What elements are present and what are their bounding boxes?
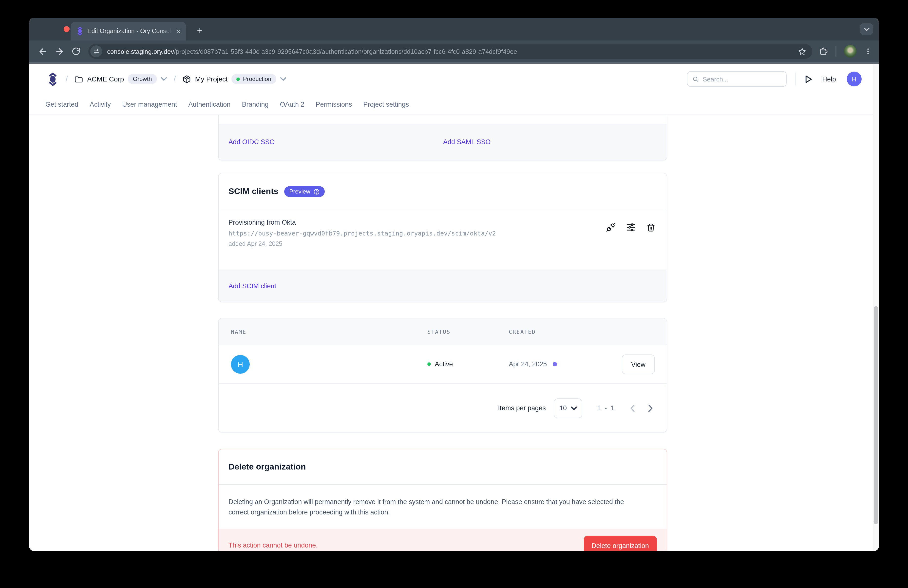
reload-button[interactable]: [68, 43, 84, 60]
add-scim-client-link[interactable]: Add SCIM client: [229, 282, 276, 290]
pagination-range: 1 - 1: [597, 404, 615, 412]
search-box[interactable]: [687, 71, 786, 87]
tab-search-button[interactable]: [860, 23, 873, 35]
nav-oauth2[interactable]: OAuth 2: [280, 101, 304, 108]
toolbar-right-cluster: [819, 45, 872, 58]
browser-window: Edit Organization - Ory Console ✕ +: [29, 18, 879, 551]
sliders-settings-icon[interactable]: [626, 222, 636, 232]
pagination-prev-icon[interactable]: [630, 404, 635, 412]
play-icon[interactable]: [805, 75, 812, 83]
add-saml-sso-link[interactable]: Add SAML SSO: [443, 138, 491, 146]
project-name: My Project: [195, 75, 228, 83]
scim-client-actions: [605, 222, 656, 232]
sso-card: Add OIDC SSO Add SAML SSO: [218, 115, 667, 161]
nav-user-management[interactable]: User management: [122, 101, 177, 108]
table-row: H Active Apr 24, 2025 View: [219, 345, 667, 383]
sso-card-body: [219, 115, 667, 124]
scim-client-url: https://busy-beaver-gqwvd0fb79.projects.…: [229, 230, 657, 237]
scim-card-header: SCIM clients Preview: [219, 173, 667, 210]
sso-card-footer: Add OIDC SSO Add SAML SSO: [219, 124, 667, 160]
nav-permissions[interactable]: Permissions: [316, 101, 352, 108]
view-button[interactable]: View: [622, 354, 655, 374]
browser-tab[interactable]: Edit Organization - Ory Console ✕: [71, 22, 186, 40]
tab-close-icon[interactable]: ✕: [175, 28, 181, 34]
status-active-dot: [427, 362, 431, 366]
column-header-created: CREATED: [509, 329, 536, 335]
browser-toolbar: console.staging.ory.dev/projects/d087b7a…: [29, 40, 879, 62]
breadcrumb-separator: /: [66, 74, 68, 84]
preview-badge[interactable]: Preview: [284, 186, 324, 197]
scim-card-title: SCIM clients: [229, 187, 279, 197]
breadcrumb: / ACME Corp Growth / My Project: [66, 74, 286, 84]
browser-menu-icon[interactable]: [864, 47, 872, 55]
project-env-badge: Production: [232, 74, 276, 84]
ory-favicon-icon: [76, 27, 84, 35]
table-header-row: NAME STATUS CREATED: [219, 319, 667, 345]
breadcrumb-separator: /: [174, 74, 176, 84]
created-cell: Apr 24, 2025: [509, 361, 557, 368]
extensions-icon[interactable]: [819, 47, 828, 56]
danger-warning-text: This action cannot be undone.: [229, 541, 318, 549]
unplug-icon[interactable]: [605, 222, 615, 232]
status-cell: Active: [427, 361, 453, 368]
nav-authentication[interactable]: Authentication: [188, 101, 230, 108]
tab-strip: Edit Organization - Ory Console ✕ +: [29, 18, 879, 40]
toolbar-separator: [836, 46, 836, 57]
page-size-select[interactable]: 10: [554, 398, 582, 418]
back-button[interactable]: [34, 43, 51, 60]
scrollbar-track[interactable]: [873, 64, 879, 551]
production-status-dot: [237, 77, 240, 81]
close-window-button[interactable]: [64, 26, 69, 32]
scim-client-added-date: added Apr 24, 2025: [229, 240, 657, 247]
pagination-next-icon[interactable]: [648, 404, 653, 412]
scrollbar-thumb[interactable]: [874, 306, 878, 524]
site-settings-icon[interactable]: [90, 45, 102, 57]
items-per-page-label: Items per pages: [498, 404, 546, 412]
search-icon: [692, 75, 699, 83]
header-separator: [795, 72, 796, 85]
project-switcher[interactable]: My Project Production: [183, 74, 286, 84]
nav-project-settings[interactable]: Project settings: [364, 101, 409, 108]
question-circle-icon: [313, 188, 320, 195]
forward-button[interactable]: [51, 43, 68, 60]
add-oidc-sso-link[interactable]: Add OIDC SSO: [229, 138, 275, 146]
workspace-plan-badge: Growth: [128, 74, 157, 84]
workspace-name: ACME Corp: [87, 75, 124, 83]
chevron-down-icon: [280, 77, 286, 81]
column-header-name: NAME: [231, 329, 246, 335]
chevron-down-icon: [161, 77, 167, 81]
scim-card-footer: Add SCIM client: [219, 269, 667, 302]
ory-logo[interactable]: [48, 72, 58, 85]
danger-card-title: Delete organization: [229, 462, 306, 472]
user-avatar[interactable]: H: [847, 72, 861, 86]
column-header-status: STATUS: [427, 329, 451, 335]
help-link[interactable]: Help: [822, 75, 836, 83]
organization-table-card: NAME STATUS CREATED H Active Apr 24, 202…: [218, 318, 667, 432]
app-header: / ACME Corp Growth / My Project: [29, 64, 879, 115]
nav-activity[interactable]: Activity: [90, 101, 111, 108]
tab-title: Edit Organization - Ory Console: [87, 27, 174, 35]
danger-card-footer: This action cannot be undone. Delete org…: [219, 529, 667, 551]
scim-client-name: Provisioning from Okta: [229, 219, 657, 226]
address-bar[interactable]: console.staging.ory.dev/projects/d087b7a…: [89, 44, 812, 59]
trash-icon[interactable]: [646, 222, 656, 232]
folder-icon: [75, 75, 83, 83]
browser-profile-avatar[interactable]: [844, 45, 856, 58]
search-input[interactable]: [703, 75, 781, 83]
scim-client-row: Provisioning from Okta https://busy-beav…: [219, 210, 667, 247]
screen: Edit Organization - Ory Console ✕ +: [0, 0, 908, 588]
nav-branding[interactable]: Branding: [242, 101, 269, 108]
bookmark-star-icon[interactable]: [798, 47, 807, 56]
pagination-row: Items per pages 10 1 - 1: [219, 383, 667, 432]
danger-card-header: Delete organization: [219, 449, 667, 485]
nav-get-started[interactable]: Get started: [45, 101, 79, 108]
chevron-down-icon: [571, 406, 576, 410]
delete-organization-button[interactable]: Delete organization: [584, 536, 657, 551]
row-avatar: H: [231, 355, 250, 374]
new-tab-button[interactable]: +: [193, 24, 207, 37]
url-text: console.staging.ory.dev/projects/d087b7a…: [107, 48, 798, 55]
project-nav: Get started Activity User management Aut…: [29, 94, 879, 114]
danger-card-description: Deleting an Organization will permanentl…: [219, 485, 655, 517]
created-indicator-dot: [553, 362, 557, 366]
workspace-switcher[interactable]: ACME Corp Growth: [75, 74, 167, 84]
